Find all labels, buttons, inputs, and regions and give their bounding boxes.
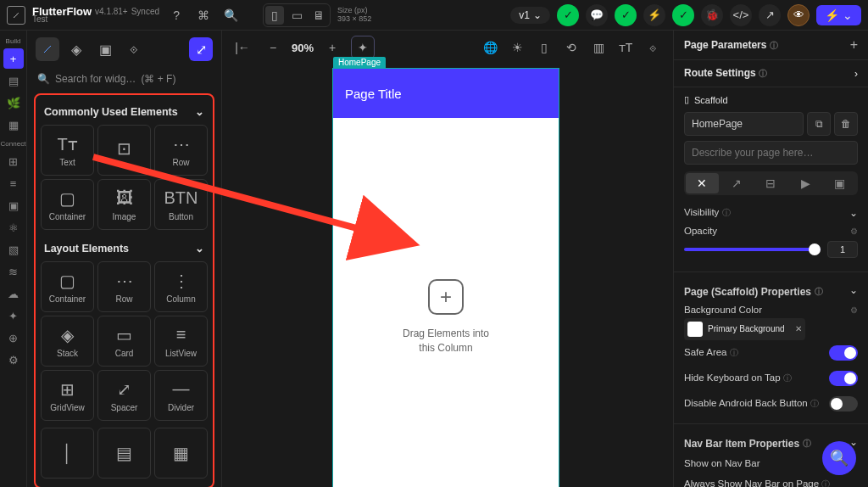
widget-icon: ▢	[59, 188, 75, 209]
widget-item-text[interactable]: TᴛText	[41, 125, 94, 176]
clear-color-icon[interactable]: ✕	[795, 324, 802, 334]
tab-backend-icon[interactable]: ⊟	[754, 173, 787, 193]
opacity-value[interactable]: 1	[827, 241, 858, 258]
widget-item-image[interactable]: 🖼Image	[97, 179, 151, 230]
version-dropdown[interactable]: v1⌄	[510, 7, 550, 24]
comments-icon[interactable]: 💬	[586, 4, 608, 26]
tab-actions-icon[interactable]: ↗	[721, 173, 754, 193]
expand-panel-icon[interactable]: ⤢	[189, 37, 213, 61]
add-widget-icon[interactable]: +	[3, 48, 24, 69]
widget-item-button[interactable]: BTNButton	[154, 179, 208, 230]
firestore-icon[interactable]: ⊞	[3, 151, 24, 171]
widget-item[interactable]: │	[41, 428, 94, 479]
export-icon[interactable]: ↗	[759, 4, 781, 26]
tab-widget-icon[interactable]: ✕	[686, 173, 719, 193]
theme-toggle-icon[interactable]: ☀	[505, 36, 529, 59]
drop-target-column[interactable]: + Drag Elements into this Column	[333, 118, 559, 487]
search-fab[interactable]: 🔍	[822, 441, 856, 475]
ai-icon[interactable]: ⚡	[643, 4, 665, 26]
status-check-2[interactable]: ✓	[615, 4, 637, 26]
api-icon[interactable]: ⚛	[3, 217, 24, 238]
page-title: Page Title	[345, 87, 402, 101]
pages-icon[interactable]: ▤	[3, 70, 24, 91]
widget-item-row[interactable]: ⋯Row	[154, 125, 208, 176]
tree-icon[interactable]: 🌿	[3, 92, 24, 113]
page-parameters-section[interactable]: Page Parameters ⓘ +	[674, 31, 868, 60]
app-version: v4.1.81+	[95, 8, 128, 16]
tab-docs-icon[interactable]: ▣	[823, 173, 856, 193]
code-icon[interactable]: </>	[730, 4, 752, 26]
app-bar[interactable]: Page Title	[333, 69, 559, 118]
media-icon[interactable]: ▧	[3, 239, 24, 260]
templates-tab-icon[interactable]: ◈	[64, 37, 88, 61]
zoom-in-icon[interactable]: +	[320, 36, 344, 59]
device-frame[interactable]: HomePage Page Title + Drag Elements into…	[332, 68, 559, 487]
command-icon[interactable]: ⌘	[193, 5, 214, 25]
widget-item-stack[interactable]: ◈Stack	[41, 316, 94, 367]
accessibility-icon[interactable]: ⟐	[641, 36, 665, 59]
widget-item-container[interactable]: ▢Container	[41, 261, 94, 312]
page-name-input[interactable]	[684, 112, 804, 136]
multidevice-icon[interactable]: ▥	[587, 36, 610, 59]
bug-icon[interactable]: 🐞	[701, 4, 723, 26]
zoom-out-icon[interactable]: −	[261, 36, 285, 59]
opacity-slider[interactable]	[684, 248, 821, 251]
route-settings-section[interactable]: Route Settings ⓘ ›	[674, 60, 868, 87]
widget-item-listview[interactable]: ≡ListView	[154, 316, 208, 367]
theme-tab-icon[interactable]: ⟐	[122, 37, 146, 61]
settings-icon[interactable]: ⚙	[3, 350, 24, 370]
safe-area-toggle[interactable]	[829, 345, 858, 361]
status-check-3[interactable]: ✓	[672, 4, 694, 26]
globe-icon[interactable]: 🌐	[478, 36, 502, 59]
device-desktop-icon[interactable]: 🖥	[309, 6, 328, 25]
tab-animations-icon[interactable]: ▶	[789, 173, 822, 193]
widget-item-spacer[interactable]: ⤢Spacer	[97, 370, 151, 421]
copy-icon[interactable]: ⧉	[807, 112, 831, 136]
device-phone-icon[interactable]: ▯	[265, 6, 284, 25]
hide-kb-toggle[interactable]	[829, 371, 858, 386]
widget-item-card[interactable]: ▭Card	[97, 316, 151, 367]
search-icon[interactable]: 🔍	[220, 5, 241, 25]
help-icon[interactable]: ?	[166, 5, 186, 25]
datatypes-icon[interactable]: ≡	[3, 173, 24, 193]
delete-icon[interactable]: 🗑	[834, 112, 858, 136]
widget-item-column[interactable]: ⊡	[97, 125, 151, 176]
device-tablet-icon[interactable]: ▭	[287, 6, 306, 25]
text-scale-icon[interactable]: ᴛT	[614, 36, 637, 59]
status-check-1[interactable]: ✓	[557, 4, 579, 26]
cloud-icon[interactable]: ☁	[3, 283, 24, 304]
settings-icon[interactable]: ⚙	[850, 305, 858, 315]
collapse-left-icon[interactable]: |←	[231, 36, 254, 59]
widget-item-gridview[interactable]: ⊞GridView	[41, 370, 94, 421]
chevron-down-icon[interactable]: ⌄	[849, 284, 858, 296]
orientation-icon[interactable]: ⟲	[559, 36, 583, 59]
widget-search[interactable]: 🔍 Search for widg… (⌘ + F)	[27, 68, 221, 90]
components-tab-icon[interactable]: ▣	[93, 37, 117, 61]
storyboard-icon[interactable]: ▦	[3, 115, 24, 135]
settings-icon[interactable]: ⚙	[850, 227, 858, 236]
widget-item-container[interactable]: ▢Container	[41, 179, 94, 230]
widget-item-column[interactable]: ⋮Column	[154, 261, 208, 312]
device-icon[interactable]: ▯	[532, 36, 556, 59]
widget-item-row[interactable]: ⋯Row	[97, 261, 151, 312]
widget-item[interactable]: ▤	[97, 428, 151, 479]
section-layout[interactable]: Layout Elements⌄	[41, 237, 208, 261]
appstate-icon[interactable]: ▣	[3, 195, 24, 216]
add-param-icon[interactable]: +	[850, 37, 858, 53]
custom-code-icon[interactable]: ≋	[3, 261, 24, 282]
left-rail: Build + ▤ 🌿 ▦ Connect ⊞ ≡ ▣ ⚛ ▧ ≋ ☁ ✦ ⊕ …	[0, 31, 27, 487]
widget-item-divider[interactable]: —Divider	[154, 370, 208, 421]
run-button[interactable]: ⚡⌄	[816, 5, 861, 25]
widgets-tab-icon[interactable]: ⟋	[36, 37, 59, 61]
section-common[interactable]: Commonly Used Elements⌄	[41, 100, 208, 125]
theme-icon[interactable]: ⊕	[3, 327, 24, 348]
disable-back-toggle[interactable]	[829, 396, 858, 411]
page-description-input[interactable]	[684, 141, 858, 165]
info-icon: ⓘ	[815, 286, 823, 298]
preview-icon[interactable]: 👁	[787, 4, 810, 26]
bgcolor-chip[interactable]: Primary Background ✕	[684, 318, 805, 340]
ai-gen-icon[interactable]: ✦	[351, 36, 375, 59]
widget-item[interactable]: ▦	[154, 428, 208, 479]
chevron-down-icon[interactable]: ⌄	[849, 207, 858, 219]
tests-icon[interactable]: ✦	[3, 305, 24, 326]
